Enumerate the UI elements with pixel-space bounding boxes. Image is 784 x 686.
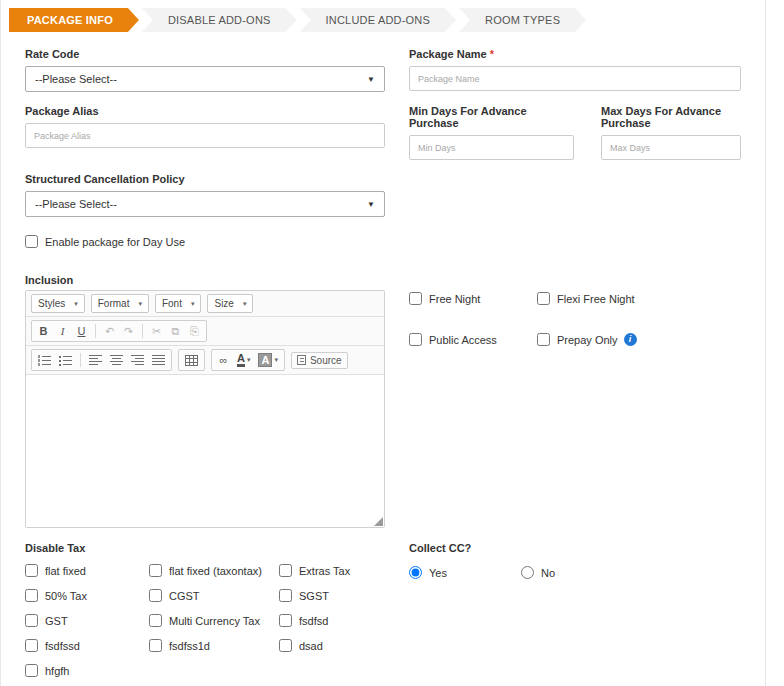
free-night-checkbox[interactable] <box>409 292 422 305</box>
tax-checkbox[interactable] <box>279 564 292 577</box>
max-days-field: Max Days For Advance Purchase <box>601 105 741 160</box>
disable-tax-label: Disable Tax <box>25 542 385 554</box>
align-right-icon <box>131 355 144 366</box>
underline-button[interactable]: U <box>73 322 90 340</box>
collect-cc-yes-item[interactable]: Yes <box>409 566 447 579</box>
package-name-input[interactable] <box>409 66 741 91</box>
italic-button[interactable]: I <box>54 322 71 340</box>
rate-code-label: Rate Code <box>25 48 385 60</box>
tax-checkbox[interactable] <box>25 589 38 602</box>
flexi-free-night-checkbox[interactable] <box>537 292 550 305</box>
tax-label: fsdfsd <box>299 615 328 627</box>
align-center-button[interactable] <box>107 351 126 369</box>
format-combo[interactable]: Format ▾ <box>91 294 149 313</box>
tax-checkbox-item[interactable]: hfgfh <box>25 664 149 677</box>
package-name-label-text: Package Name <box>409 48 487 60</box>
align-left-button[interactable] <box>86 351 105 369</box>
tax-label: dsad <box>299 640 323 652</box>
public-access-checkbox-item[interactable]: Public Access <box>409 333 537 346</box>
text-color-button[interactable]: A▾ <box>234 351 253 369</box>
package-form-panel: PACKAGE INFO DISABLE ADD-ONS INCLUDE ADD… <box>0 0 766 686</box>
rate-code-select[interactable]: --Please Select-- ▼ <box>25 66 385 92</box>
info-icon[interactable]: i <box>624 333 637 346</box>
public-access-checkbox[interactable] <box>409 333 422 346</box>
styles-combo[interactable]: Styles ▾ <box>31 294 85 313</box>
tax-checkbox[interactable] <box>149 589 162 602</box>
max-days-input[interactable] <box>601 135 741 160</box>
flexi-free-night-checkbox-item[interactable]: Flexi Free Night <box>537 292 741 305</box>
align-right-button[interactable] <box>128 351 147 369</box>
tab-disable-add-ons[interactable]: DISABLE ADD-ONS <box>142 8 297 32</box>
tax-checkbox-item[interactable]: fsdfssd <box>25 639 149 652</box>
prepay-only-checkbox-item[interactable]: Prepay Only i <box>537 333 741 346</box>
paste-icon[interactable]: ⎘ <box>186 322 203 340</box>
insert-table-button[interactable] <box>182 351 201 369</box>
bullet-list-icon <box>59 355 72 366</box>
day-use-checkbox[interactable] <box>25 235 38 248</box>
tax-checkbox[interactable] <box>25 664 38 677</box>
copy-icon[interactable]: ⧉ <box>167 322 184 340</box>
tax-checkbox[interactable] <box>25 639 38 652</box>
free-night-checkbox-item[interactable]: Free Night <box>409 292 537 305</box>
tab-package-info[interactable]: PACKAGE INFO <box>9 8 139 32</box>
tax-checkbox[interactable] <box>25 564 38 577</box>
collect-cc-yes-radio[interactable] <box>409 566 422 579</box>
cancellation-policy-select[interactable]: --Please Select-- ▼ <box>25 191 385 217</box>
tax-label: flat fixed <box>45 565 86 577</box>
source-button[interactable]: Source <box>291 352 348 369</box>
align-left-icon <box>89 355 102 366</box>
tax-checkbox[interactable] <box>25 614 38 627</box>
tax-label: CGST <box>169 590 200 602</box>
prepay-only-checkbox[interactable] <box>537 333 550 346</box>
size-combo[interactable]: Size ▾ <box>207 294 253 313</box>
source-button-label: Source <box>310 355 342 366</box>
collect-cc-section: Collect CC? Yes No <box>409 542 741 677</box>
redo-button[interactable]: ↷ <box>120 322 137 340</box>
tax-checkbox-item[interactable]: SGST <box>279 589 385 602</box>
cut-icon[interactable]: ✂ <box>148 322 165 340</box>
format-combo-label: Format <box>98 298 130 309</box>
tab-include-add-ons[interactable]: INCLUDE ADD-ONS <box>300 8 456 32</box>
tax-checkbox-item[interactable]: Multi Currency Tax <box>149 614 279 627</box>
resize-grip-handle[interactable] <box>374 517 383 526</box>
tax-checkbox[interactable] <box>279 614 292 627</box>
tax-checkbox-item[interactable]: GST <box>25 614 149 627</box>
background-color-button[interactable]: A▾ <box>255 351 280 369</box>
tax-label: GST <box>45 615 68 627</box>
align-justify-button[interactable] <box>149 351 168 369</box>
tax-checkbox-item[interactable]: fsdfss1d <box>149 639 279 652</box>
tax-checkbox-item[interactable]: 50% Tax <box>25 589 149 602</box>
numbered-list-button[interactable] <box>35 351 54 369</box>
text-color-icon: A <box>237 353 245 367</box>
tax-checkbox-item[interactable]: fsdfsd <box>279 614 385 627</box>
tax-label: fsdfss1d <box>169 640 210 652</box>
tax-options-grid: flat fixed flat fixed (taxontax) Extras … <box>25 564 385 677</box>
bullet-list-button[interactable] <box>56 351 75 369</box>
tax-checkbox-item[interactable]: flat fixed <box>25 564 149 577</box>
package-alias-input[interactable] <box>25 123 385 148</box>
editor-toolbar-row-3: ∞ A▾ A▾ Source <box>26 346 384 375</box>
tax-checkbox[interactable] <box>279 589 292 602</box>
day-use-checkbox-item[interactable]: Enable package for Day Use <box>25 235 185 248</box>
tab-room-types[interactable]: ROOM TYPES <box>459 8 586 32</box>
tax-checkbox[interactable] <box>149 639 162 652</box>
min-days-input[interactable] <box>409 135 574 160</box>
collect-cc-no-item[interactable]: No <box>521 566 555 579</box>
tax-checkbox-item[interactable]: CGST <box>149 589 279 602</box>
tax-checkbox[interactable] <box>149 564 162 577</box>
tax-checkbox[interactable] <box>149 614 162 627</box>
tax-checkbox-item[interactable]: flat fixed (taxontax) <box>149 564 279 577</box>
bold-button[interactable]: B <box>35 322 52 340</box>
package-alias-field: Package Alias <box>25 105 385 160</box>
inclusion-field: Inclusion Styles ▾ Format ▾ Font <box>25 274 385 528</box>
wizard-tabs: PACKAGE INFO DISABLE ADD-ONS INCLUDE ADD… <box>1 0 765 32</box>
collect-cc-no-radio[interactable] <box>521 566 534 579</box>
tax-checkbox-item[interactable]: Extras Tax <box>279 564 385 577</box>
tax-checkbox[interactable] <box>279 639 292 652</box>
font-combo[interactable]: Font ▾ <box>155 294 202 313</box>
background-color-icon: A <box>258 353 272 367</box>
editor-content-area[interactable] <box>26 375 384 527</box>
undo-button[interactable]: ↶ <box>101 322 118 340</box>
link-button[interactable]: ∞ <box>215 351 232 369</box>
tax-checkbox-item[interactable]: dsad <box>279 639 385 652</box>
